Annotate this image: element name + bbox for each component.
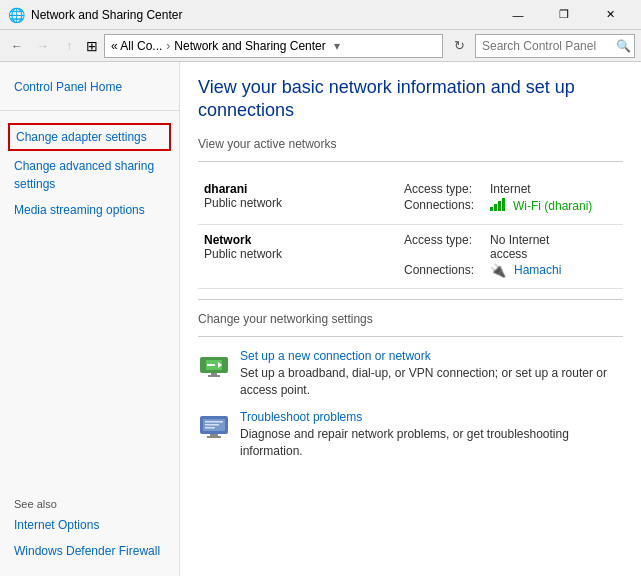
network-name-cell-hamachi: Network Public network — [198, 224, 398, 288]
network-name-cell-dharani: dharani Public network — [198, 174, 398, 225]
network-name-dharani: dharani — [204, 182, 392, 196]
sidebar-spacer — [0, 223, 179, 494]
svg-rect-9 — [207, 436, 221, 438]
wifi-icon — [490, 198, 507, 214]
breadcrumb-current: Network and Sharing Center — [174, 39, 325, 53]
access-type-value-dharani: Internet — [490, 182, 531, 196]
settings-divider-2 — [198, 336, 623, 337]
new-connection-desc: Set up a broadband, dial-up, or VPN conn… — [240, 365, 623, 399]
search-input[interactable] — [475, 34, 635, 58]
troubleshoot-svg — [198, 412, 230, 440]
breadcrumb-sep: › — [166, 39, 170, 53]
wifi-connection-link-dharani[interactable]: Wi-Fi (dharani) — [513, 198, 592, 214]
settings-divider — [198, 299, 623, 300]
svg-rect-10 — [205, 421, 223, 423]
active-networks-divider — [198, 161, 623, 162]
setting-item-troubleshoot: Troubleshoot problems Diagnose and repai… — [198, 410, 623, 460]
troubleshoot-desc: Diagnose and repair network problems, or… — [240, 426, 623, 460]
titlebar-icon: 🌐 — [8, 7, 25, 23]
wifi-bars — [490, 198, 505, 211]
forward-button[interactable]: → — [32, 35, 54, 57]
search-wrapper: 🔍 — [475, 34, 635, 58]
settings-label: Change your networking settings — [198, 312, 623, 326]
troubleshoot-text: Troubleshoot problems Diagnose and repai… — [240, 410, 623, 460]
wifi-bar-3 — [498, 201, 501, 211]
sidebar-divider-1 — [0, 110, 179, 111]
network-info-dharani: Access type: Internet Connections: — [398, 174, 623, 225]
access-type-row-hamachi: Access type: No Internetaccess — [404, 233, 617, 261]
address-dropdown-icon[interactable]: ▾ — [334, 39, 340, 53]
breadcrumb-prefix: « All Co... — [111, 39, 162, 53]
active-networks-label: View your active networks — [198, 137, 623, 151]
new-connection-icon — [198, 349, 230, 381]
titlebar-title: Network and Sharing Center — [31, 8, 495, 22]
svg-rect-5 — [207, 364, 215, 366]
network-row-dharani: dharani Public network Access type: Inte… — [198, 174, 623, 225]
sidebar-item-firewall[interactable]: Windows Defender Firewall — [0, 538, 179, 564]
access-type-label-dharani: Access type: — [404, 182, 484, 196]
access-type-row-dharani: Access type: Internet — [404, 182, 617, 196]
network-name-hamachi: Network — [204, 233, 392, 247]
sidebar: Control Panel Home Change adapter settin… — [0, 62, 180, 576]
wifi-bar-2 — [494, 204, 497, 211]
setting-item-new-connection: Set up a new connection or network Set u… — [198, 349, 623, 399]
maximize-button[interactable]: ❐ — [541, 0, 587, 30]
network-type-hamachi: Public network — [204, 247, 392, 261]
refresh-button[interactable]: ↻ — [447, 34, 471, 58]
network-type-dharani: Public network — [204, 196, 392, 210]
connections-row-dharani: Connections: Wi-Fi (dharani) — [404, 198, 617, 214]
access-type-value-hamachi: No Internetaccess — [490, 233, 549, 261]
up-button[interactable]: ↑ — [58, 35, 80, 57]
see-also-label: See also — [0, 494, 179, 512]
back-button[interactable]: ← — [6, 35, 28, 57]
troubleshoot-icon — [198, 410, 230, 442]
new-connection-svg — [198, 351, 230, 379]
hamachi-connection-link[interactable]: Hamachi — [514, 263, 561, 278]
troubleshoot-link[interactable]: Troubleshoot problems — [240, 410, 362, 424]
search-button[interactable]: 🔍 — [616, 39, 631, 53]
sidebar-item-change-sharing[interactable]: Change advanced sharingsettings — [0, 153, 179, 197]
network-row-hamachi: Network Public network Access type: No I… — [198, 224, 623, 288]
svg-rect-11 — [205, 424, 219, 426]
new-connection-text: Set up a new connection or network Set u… — [240, 349, 623, 399]
svg-rect-12 — [205, 427, 215, 429]
titlebar-controls: — ❐ ✕ — [495, 0, 633, 30]
wifi-bar-1 — [490, 207, 493, 211]
wifi-bar-4 — [502, 198, 505, 211]
close-button[interactable]: ✕ — [587, 0, 633, 30]
sidebar-item-internet-options[interactable]: Internet Options — [0, 512, 179, 538]
minimize-button[interactable]: — — [495, 0, 541, 30]
networks-table: dharani Public network Access type: Inte… — [198, 174, 623, 289]
svg-rect-3 — [208, 375, 220, 377]
new-connection-link[interactable]: Set up a new connection or network — [240, 349, 431, 363]
address-box[interactable]: « All Co... › Network and Sharing Center… — [104, 34, 443, 58]
content-area: View your basic network information and … — [180, 62, 641, 576]
grid-icon: ⊞ — [86, 38, 98, 54]
connections-row-hamachi: Connections: 🔌 Hamachi — [404, 263, 617, 278]
connections-label-hamachi: Connections: — [404, 263, 484, 278]
page-title: View your basic network information and … — [198, 76, 623, 123]
sidebar-item-media-streaming[interactable]: Media streaming options — [0, 197, 179, 223]
main-container: Control Panel Home Change adapter settin… — [0, 62, 641, 576]
settings-section: Set up a new connection or network Set u… — [198, 349, 623, 460]
access-type-label-hamachi: Access type: — [404, 233, 484, 261]
connections-label-dharani: Connections: — [404, 198, 484, 214]
addressbar: ← → ↑ ⊞ « All Co... › Network and Sharin… — [0, 30, 641, 62]
vpn-icon: 🔌 — [490, 263, 506, 278]
network-info-hamachi: Access type: No Internetaccess Connectio… — [398, 224, 623, 288]
titlebar: 🌐 Network and Sharing Center — ❐ ✕ — [0, 0, 641, 30]
sidebar-item-control-panel-home[interactable]: Control Panel Home — [0, 74, 179, 100]
sidebar-item-change-adapter[interactable]: Change adapter settings — [8, 123, 171, 151]
